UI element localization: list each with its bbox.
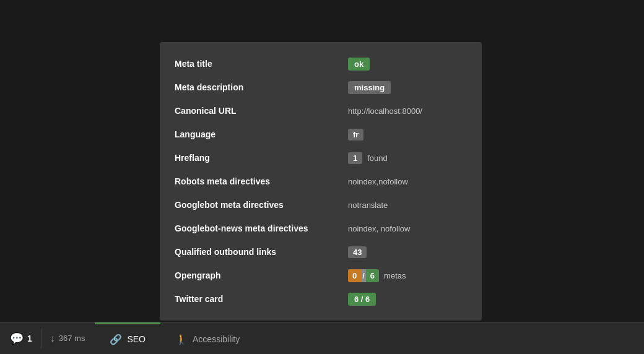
row-label: Meta description bbox=[175, 82, 348, 92]
text-value: http://localhost:8000/ bbox=[348, 106, 422, 116]
row-googlebot-news-meta-directives: Googlebot-news meta directivesnoindex, n… bbox=[160, 217, 482, 240]
row-value: noindex,nofollow bbox=[348, 177, 408, 186]
row-language: Languagefr bbox=[160, 123, 482, 146]
tab-seo[interactable]: 🔗 SEO bbox=[95, 322, 160, 355]
toolbar-divider bbox=[41, 329, 41, 348]
row-twitter-card: Twitter card6 / 6 bbox=[160, 287, 482, 311]
row-label: Robots meta directives bbox=[175, 176, 348, 186]
row-label: Hreflang bbox=[175, 153, 348, 163]
row-label: Googlebot-news meta directives bbox=[175, 223, 348, 233]
text-value: notranslate bbox=[348, 201, 388, 210]
row-label: Googlebot meta directives bbox=[175, 200, 348, 210]
text-value: noindex,nofollow bbox=[348, 177, 408, 186]
load-time: ↓ 367 ms bbox=[50, 333, 85, 344]
toolbar-left: 💬 1 ↓ 367 ms bbox=[0, 329, 95, 348]
row-label: Meta title bbox=[175, 59, 348, 69]
link-icon: 🔗 bbox=[110, 334, 122, 345]
toolbar: 💬 1 ↓ 367 ms 🔗 SEO 🚶 Accessibility bbox=[0, 322, 644, 354]
badge-number: fr bbox=[348, 129, 363, 140]
tab-accessibility-label: Accessibility bbox=[193, 334, 240, 344]
row-label: Canonical URL bbox=[175, 106, 348, 116]
accessibility-icon: 🚶 bbox=[175, 334, 188, 345]
seo-panel: Meta titleokMeta descriptionmissingCanon… bbox=[160, 42, 482, 321]
arrow-down-icon: ↓ bbox=[50, 333, 55, 344]
hreflang-count: 1 bbox=[348, 152, 362, 164]
row-canonical-url: Canonical URLhttp://localhost:8000/ bbox=[160, 99, 482, 123]
row-meta-title: Meta titleok bbox=[160, 52, 482, 76]
row-label: Twitter card bbox=[175, 294, 348, 304]
row-meta-description: Meta descriptionmissing bbox=[160, 76, 482, 99]
row-value: ok bbox=[348, 58, 370, 71]
opengraph-badge: 0 / 6 bbox=[348, 269, 379, 282]
row-value: 43 bbox=[348, 246, 367, 258]
row-googlebot-meta-directives: Googlebot meta directivesnotranslate bbox=[160, 193, 482, 217]
row-value: 6 / 6 bbox=[348, 293, 376, 306]
row-label: Qualified outbound links bbox=[175, 247, 348, 257]
tab-seo-label: SEO bbox=[127, 334, 146, 344]
row-value: missing bbox=[348, 81, 391, 94]
opengraph-count-right: 6 bbox=[366, 269, 379, 282]
row-qualified-outbound-links: Qualified outbound links43 bbox=[160, 240, 482, 264]
badge-number: 43 bbox=[348, 246, 367, 258]
time-value: 367 ms bbox=[59, 334, 85, 343]
twitter-badge: 6 / 6 bbox=[348, 293, 376, 306]
text-value: noindex, nofollow bbox=[348, 224, 410, 233]
opengraph-count-left: 0 bbox=[348, 269, 361, 282]
split-separator: / bbox=[361, 269, 366, 282]
badge-ok: ok bbox=[348, 58, 370, 71]
row-robots-meta-directives: Robots meta directivesnoindex,nofollow bbox=[160, 170, 482, 193]
metas-text: metas bbox=[384, 271, 406, 280]
row-value: 1found bbox=[348, 152, 388, 164]
found-text: found bbox=[367, 153, 388, 163]
row-value: http://localhost:8000/ bbox=[348, 106, 422, 116]
row-label: Language bbox=[175, 129, 348, 139]
row-value: notranslate bbox=[348, 201, 388, 210]
badge-missing: missing bbox=[348, 81, 391, 94]
row-value: 0 / 6metas bbox=[348, 269, 406, 282]
row-value: fr bbox=[348, 129, 363, 140]
chat-count: 1 bbox=[27, 334, 32, 343]
row-opengraph: Opengraph0 / 6metas bbox=[160, 264, 482, 287]
toolbar-tabs: 🔗 SEO 🚶 Accessibility bbox=[95, 322, 255, 355]
row-hreflang: Hreflang1found bbox=[160, 146, 482, 170]
row-label: Opengraph bbox=[175, 270, 348, 280]
row-value: noindex, nofollow bbox=[348, 224, 410, 233]
tab-accessibility[interactable]: 🚶 Accessibility bbox=[160, 322, 255, 355]
chat-icon: 💬 bbox=[10, 332, 24, 345]
